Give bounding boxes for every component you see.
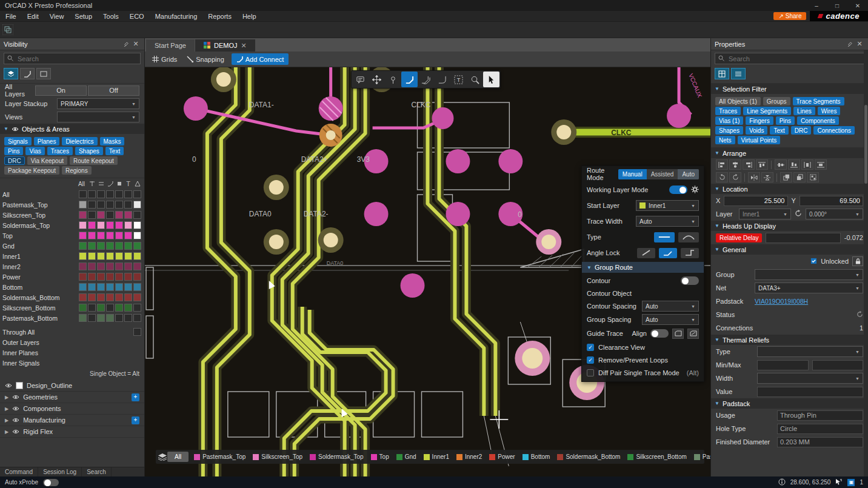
layers-stack-icon[interactable] [2, 24, 13, 35]
filter-tag[interactable]: Trace Segments [793, 97, 844, 105]
layer-bar-item[interactable]: Inner2 [453, 452, 486, 462]
layer-pins-checkbox[interactable] [88, 232, 96, 239]
board-view-button[interactable] [36, 68, 51, 79]
layer-bar-item[interactable]: Soldermask_Top [306, 452, 367, 462]
layer-text-checkbox[interactable] [124, 293, 132, 301]
padstack-link[interactable]: VIA019O019I008H [755, 298, 808, 305]
route-mode-assisted[interactable]: Assisted [647, 169, 678, 179]
align-right-icon[interactable] [743, 159, 755, 170]
heads-up-display-header[interactable]: ▼ Heads Up Display [711, 221, 868, 231]
layer-shapes-checkbox[interactable] [115, 211, 123, 219]
menu-item[interactable]: File [0, 11, 22, 21]
object-type-tag[interactable]: Traces [47, 147, 73, 155]
align-bottom-icon[interactable] [788, 159, 800, 170]
layer-all-checkbox[interactable] [79, 304, 87, 312]
info-icon[interactable] [778, 478, 786, 487]
layer-drc-checkbox[interactable] [133, 242, 141, 250]
status-refresh-icon[interactable] [856, 311, 863, 319]
layer-text-checkbox[interactable] [124, 304, 132, 312]
layer-bar-all[interactable]: All [167, 452, 189, 462]
net-select[interactable]: DATA3+▼ [755, 282, 863, 293]
layer-pins-checkbox[interactable] [88, 242, 96, 250]
layer-shapes-checkbox[interactable] [115, 273, 123, 281]
layers-icon[interactable] [158, 451, 167, 463]
layer-shapes-checkbox[interactable] [115, 252, 123, 260]
layer-vias-checkbox[interactable] [97, 273, 105, 281]
eye-icon[interactable] [12, 428, 19, 435]
search-input[interactable] [727, 55, 861, 63]
layer-traces-checkbox[interactable] [106, 262, 114, 270]
layer-all-checkbox[interactable] [79, 293, 87, 301]
object-type-tag[interactable]: Text [105, 147, 124, 155]
selection-filter-header[interactable]: ▼ Selection Filter [711, 84, 868, 94]
layer-traces-checkbox[interactable] [106, 314, 114, 322]
thermal-value-input[interactable] [757, 387, 863, 397]
console-tab[interactable]: Search [82, 467, 112, 476]
layer-text-checkbox[interactable] [124, 232, 132, 239]
tab-start-page[interactable]: Start Page [146, 39, 195, 52]
comment-tool-icon[interactable] [352, 72, 369, 87]
zoom-tool-icon[interactable] [467, 72, 483, 87]
filter-tag[interactable]: Wires [818, 107, 841, 115]
group-spacing-select[interactable]: Auto▼ [642, 314, 699, 325]
arrange-header[interactable]: ▼ Arrange [711, 148, 868, 158]
layer-bar-item[interactable]: Silkscreen_Top [249, 452, 306, 462]
route-mode-manual[interactable]: Manual [618, 169, 647, 179]
layer-drc-checkbox[interactable] [133, 293, 141, 301]
expand-arrow-icon[interactable]: ▶ [5, 418, 8, 423]
layer-vias-checkbox[interactable] [97, 201, 105, 209]
layer-traces-checkbox[interactable] [106, 304, 114, 312]
layers-off-button[interactable]: Off [88, 85, 139, 96]
working-layer-toggle[interactable] [669, 186, 687, 194]
properties-search[interactable] [715, 53, 864, 64]
layer-select[interactable]: Inner1▼ [739, 209, 791, 219]
group-select[interactable]: ▼ [755, 269, 863, 280]
properties-list-button[interactable] [731, 68, 746, 79]
layer-shapes-checkbox[interactable] [115, 190, 123, 198]
layer-shapes-checkbox[interactable] [115, 314, 123, 322]
lock-icon[interactable] [852, 256, 863, 266]
properties-grid-button[interactable] [715, 68, 729, 79]
layer-all-checkbox[interactable] [79, 283, 87, 291]
eye-icon[interactable] [12, 405, 19, 412]
layer-drc-checkbox[interactable] [133, 190, 141, 198]
layer-text-checkbox[interactable] [124, 262, 132, 270]
y-input[interactable]: 69.500 [800, 196, 863, 206]
layers-view-button[interactable] [4, 68, 18, 79]
filter-tag[interactable]: Lines [793, 107, 815, 115]
filter-tag[interactable]: Connections [813, 126, 855, 135]
console-tab[interactable]: Session Log [38, 467, 82, 476]
layer-text-checkbox[interactable] [124, 314, 132, 322]
thermal-reliefs-header[interactable]: ▼ Thermal Reliefs [711, 335, 868, 345]
min-input[interactable] [757, 360, 809, 370]
close-panel-icon[interactable]: ✕ [855, 39, 864, 49]
menu-item[interactable]: Help [237, 11, 262, 21]
pcb-canvas[interactable]: DATA1- CLKC 3V3 DATA2+ DATA0 DATA2- 0 0 … [145, 67, 710, 476]
layer-text-checkbox[interactable] [124, 242, 132, 250]
layers-on-button[interactable]: On [35, 85, 87, 96]
filter-tag[interactable]: All Objects (1) [715, 97, 761, 105]
menu-item[interactable]: Tools [98, 11, 124, 21]
layer-drc-checkbox[interactable] [133, 211, 141, 219]
start-layer-select[interactable]: Inner1 ▼ [636, 200, 699, 211]
close-tab-icon[interactable]: ✕ [241, 42, 246, 50]
guide-clear-icon[interactable] [687, 329, 699, 339]
rotate-right-icon[interactable] [729, 172, 741, 182]
object-type-tag[interactable]: Via Keepout [27, 156, 67, 165]
layer-all-checkbox[interactable] [79, 242, 87, 250]
filter-tag[interactable]: Shapes [715, 126, 743, 135]
filter-tag[interactable]: Vias (1) [715, 116, 743, 125]
layer-pins-checkbox[interactable] [88, 201, 96, 209]
fillet-tool-icon[interactable] [434, 72, 450, 87]
filter-tag[interactable]: Traces [715, 107, 741, 115]
menu-item[interactable]: View [44, 11, 70, 21]
guide-pick-icon[interactable] [672, 329, 684, 339]
contour-spacing-select[interactable]: Auto▼ [642, 301, 699, 312]
location-header[interactable]: ▼ Location [711, 184, 868, 194]
group-route-tool-icon[interactable] [418, 72, 434, 87]
layer-traces-checkbox[interactable] [106, 232, 114, 239]
layer-all-checkbox[interactable] [79, 314, 87, 322]
object-type-tag[interactable]: Masks [100, 137, 125, 145]
layer-bar-item[interactable]: Bottom [519, 452, 554, 462]
share-button[interactable]: ↗ Share [773, 12, 806, 20]
